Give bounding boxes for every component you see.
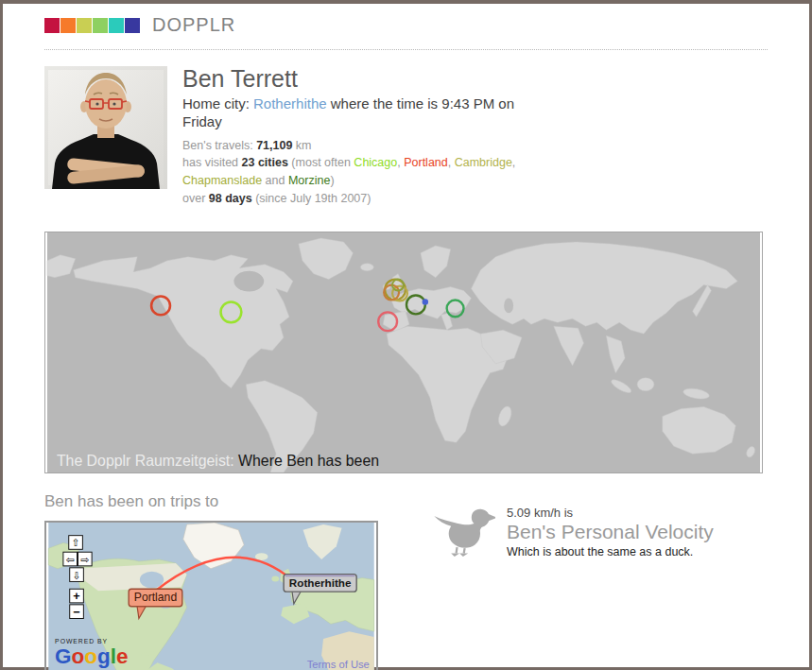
- logo-square: [125, 18, 140, 33]
- visited-prefix: has visited: [182, 156, 242, 169]
- google-logo[interactable]: Google: [55, 644, 128, 668]
- visited-count: 23 cities: [242, 156, 288, 169]
- velocity-subtitle: Which is about the same as a duck.: [507, 545, 714, 558]
- trips-heading: Ben has been on trips to: [44, 492, 382, 511]
- logo-square: [109, 18, 124, 33]
- days-prefix: over: [182, 192, 209, 205]
- powered-by-label: POWERED BY: [55, 637, 108, 644]
- dopplr-page: DOPPLR: [0, 0, 812, 670]
- trips-section: Ben has been on trips to: [44, 492, 382, 670]
- profile-text: Ben Terrett Home city: Rotherhithe where…: [182, 66, 583, 208]
- trips-google-map[interactable]: Portland Rotherhithe ⇧ ⇦ ⇨ ⇩ + −: [44, 521, 378, 670]
- caption-label: The Dopplr Raumzeitgeist:: [57, 453, 238, 469]
- travel-stats: Ben's travels: 71,109 km has visited 23 …: [182, 137, 583, 208]
- travels-label: Ben's travels:: [182, 139, 256, 152]
- velocity-title: Ben's Personal Velocity: [507, 521, 714, 543]
- marker-portland-label: Portland: [134, 591, 177, 604]
- travels-km: 71,109: [256, 139, 292, 152]
- header: DOPPLR: [44, 14, 768, 36]
- header-divider: [44, 49, 768, 50]
- bottom-section: Ben has been on trips to: [44, 492, 768, 670]
- separator: ,: [512, 156, 515, 169]
- logo-square: [77, 18, 92, 33]
- pan-left-button[interactable]: ⇦: [63, 552, 78, 566]
- caption-value: Where Ben has been: [238, 453, 379, 469]
- close-paren: ): [330, 174, 334, 187]
- travels-line: Ben's travels: 71,109 km: [182, 137, 583, 155]
- home-city-line: Home city: Rotherhithe where the time is…: [182, 94, 534, 131]
- map-caption: The Dopplr Raumzeitgeist: Where Ben has …: [57, 453, 379, 469]
- city-link-morzine[interactable]: Morzine: [288, 174, 330, 187]
- logo-square: [93, 18, 108, 33]
- city-ring-dot: [423, 300, 427, 303]
- profile-photo: [44, 66, 167, 189]
- city-link-chapmanslade[interactable]: Chapmanslade: [182, 174, 262, 187]
- pan-up-button[interactable]: ⇧: [69, 535, 83, 549]
- velocity-speed: 5.09 km/h is: [507, 506, 714, 520]
- terms-of-use-link[interactable]: Terms of Use: [307, 659, 370, 670]
- pan-down-button[interactable]: ⇩: [70, 567, 84, 581]
- brand-wordmark[interactable]: DOPPLR: [152, 14, 235, 36]
- marker-rotherhithe-label: Rotherhithe: [289, 576, 352, 589]
- visited-line: has visited 23 cities (most often Chicag…: [182, 154, 583, 190]
- zoom-out-button[interactable]: −: [70, 604, 84, 618]
- duck-icon: [427, 506, 495, 558]
- raumzeitgeist-map: The Dopplr Raumzeitgeist: Where Ben has …: [44, 232, 768, 473]
- svg-text:⇧: ⇧: [72, 537, 80, 548]
- dopplr-logo-icon[interactable]: [44, 18, 140, 33]
- velocity-panel: 5.09 km/h is Ben's Personal Velocity Whi…: [427, 506, 714, 558]
- svg-text:+: +: [73, 589, 79, 602]
- days-since: (since July 19th 2007): [252, 192, 371, 205]
- city-link-portland[interactable]: Portland: [404, 156, 448, 169]
- zoom-in-button[interactable]: +: [70, 589, 84, 603]
- separator: ,: [448, 156, 455, 169]
- travels-unit: km: [292, 139, 311, 152]
- profile-section: Ben Terrett Home city: Rotherhithe where…: [44, 66, 768, 208]
- city-link-chicago[interactable]: Chicago: [354, 156, 397, 169]
- page-title: Ben Terrett: [182, 66, 583, 93]
- velocity-text: 5.09 km/h is Ben's Personal Velocity Whi…: [507, 506, 714, 558]
- visited-mid: (most often: [288, 156, 354, 169]
- days-count: 98 days: [209, 192, 252, 205]
- world-map-image: The Dopplr Raumzeitgeist: Where Ben has …: [44, 232, 763, 473]
- city-link-cambridge[interactable]: Cambridge: [455, 156, 512, 169]
- logo-square: [44, 18, 60, 33]
- pan-right-button[interactable]: ⇨: [78, 552, 93, 566]
- svg-text:⇨: ⇨: [80, 553, 89, 564]
- separator: and: [262, 174, 288, 187]
- svg-text:⇦: ⇦: [66, 553, 75, 564]
- svg-text:−: −: [73, 605, 79, 618]
- logo-square: [60, 18, 76, 33]
- home-city-link[interactable]: Rotherhithe: [253, 95, 327, 112]
- home-city-label: Home city:: [182, 95, 253, 112]
- days-line: over 98 days (since July 19th 2007): [182, 190, 583, 208]
- svg-text:⇩: ⇩: [73, 569, 81, 580]
